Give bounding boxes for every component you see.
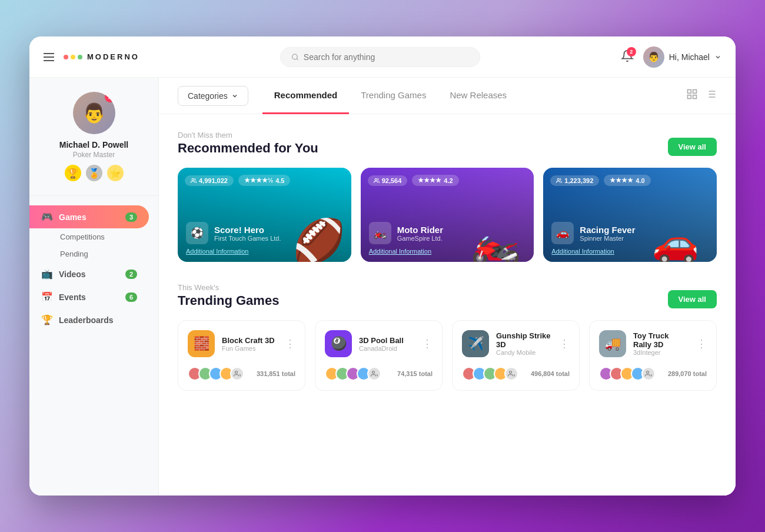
trend-card-footer-2: 74,315 total bbox=[325, 367, 433, 381]
trend-game-details-1: Block Craft 3D Fun Games bbox=[222, 336, 275, 352]
rec-card-2[interactable]: 🏍️ 92,564 ★★★★ 4.2 bbox=[361, 168, 534, 262]
trending-section-header: This Week's Trending Games View all bbox=[178, 283, 717, 308]
recommended-title: Recommended for You bbox=[178, 141, 318, 156]
videos-badge: 2 bbox=[125, 270, 137, 279]
rec-card-3[interactable]: 🚗 1,223,392 ★★★★ 4.0 bbox=[543, 168, 717, 262]
rec-game-details-1: Score! Hero First Touch Games Ltd. bbox=[214, 225, 281, 242]
svg-point-0 bbox=[292, 54, 297, 59]
rec-card-link-2[interactable]: Additional Information bbox=[369, 248, 526, 255]
trend-avatars-1 bbox=[188, 367, 244, 381]
events-badge: 6 bbox=[125, 292, 137, 302]
tab-new-releases[interactable]: New Releases bbox=[438, 78, 518, 114]
rec-score-1: 4.5 bbox=[275, 177, 284, 184]
rec-rating-badge-2: ★★★★ 4.2 bbox=[412, 175, 458, 186]
rec-game-dev-2: GameSpire Ltd. bbox=[397, 235, 443, 242]
svg-rect-4 bbox=[688, 95, 691, 99]
rec-card-link-1[interactable]: Additional Information bbox=[186, 248, 343, 255]
svg-point-13 bbox=[375, 178, 377, 180]
search-input[interactable] bbox=[304, 52, 469, 62]
notifications-button[interactable]: 2 bbox=[621, 49, 634, 65]
tab-trending[interactable]: Trending Games bbox=[349, 78, 438, 114]
recommended-subtitle: Don't Miss them bbox=[178, 131, 318, 139]
rec-card-top-3: 1,223,392 ★★★★ 4.0 bbox=[550, 175, 650, 186]
rec-card-1[interactable]: 🏈 4,991,022 ★★★★½ 4.5 bbox=[178, 168, 351, 262]
trend-game-icon-2: 🎱 bbox=[325, 330, 352, 357]
trend-game-dev-4: 3dInteger bbox=[633, 349, 689, 356]
trend-card-2[interactable]: 🎱 3D Pool Ball CanadaDroid ⋮ bbox=[315, 320, 443, 391]
trend-menu-2[interactable]: ⋮ bbox=[422, 337, 433, 350]
rec-game-dev-1: First Touch Games Ltd. bbox=[214, 235, 281, 242]
search-bar[interactable] bbox=[280, 47, 480, 67]
sidebar: 👨 2 Michael D. Powell Poker Master 🏆 🏅 ⭐… bbox=[29, 78, 159, 496]
menu-toggle[interactable] bbox=[44, 53, 54, 61]
rec-card-info-3: 🚗 Racing Fever Spinner Master bbox=[551, 222, 709, 244]
categories-dropdown[interactable]: Categories bbox=[178, 86, 248, 106]
trend-game-dev-2: CanadaDroid bbox=[359, 345, 404, 352]
svg-line-1 bbox=[297, 58, 298, 59]
rec-game-name-3: Racing Fever bbox=[580, 225, 635, 235]
svg-point-17 bbox=[510, 371, 512, 374]
content-inner: Don't Miss them Recommended for You View… bbox=[159, 114, 736, 407]
sidebar-item-leaderboards[interactable]: 🏆 Leaderboards bbox=[29, 308, 149, 331]
sidebar-item-games[interactable]: 🎮 Games 3 bbox=[29, 205, 149, 228]
trend-card-header-3: ✈️ Gunship Strike 3D Candy Mobile ⋮ bbox=[462, 330, 570, 357]
trend-game-dev-3: Candy Mobile bbox=[496, 349, 552, 356]
logo-dots bbox=[64, 55, 82, 59]
logo-dot-yellow bbox=[71, 55, 75, 59]
rec-players-badge-1: 4,991,022 bbox=[185, 175, 234, 186]
logo-text: MODERNO bbox=[87, 52, 139, 61]
svg-point-18 bbox=[647, 371, 649, 374]
nav-right: 2 👨 Hi, Michael bbox=[621, 46, 721, 68]
trending-view-all[interactable]: View all bbox=[668, 290, 717, 308]
profile-badge: 2 bbox=[105, 92, 115, 102]
trend-avatar-more-4 bbox=[641, 367, 656, 381]
logo-dot-red bbox=[64, 55, 68, 59]
recommended-view-all[interactable]: View all bbox=[668, 138, 717, 156]
rec-players-badge-3: 1,223,392 bbox=[550, 175, 599, 186]
user-greeting: Hi, Michael bbox=[669, 52, 710, 62]
sidebar-item-competitions[interactable]: Competitions bbox=[60, 228, 158, 245]
rec-game-details-2: Moto Rider GameSpire Ltd. bbox=[397, 225, 443, 242]
svg-rect-2 bbox=[688, 90, 691, 94]
grid-view-icon[interactable] bbox=[686, 88, 698, 103]
sidebar-profile: 👨 2 Michael D. Powell Poker Master 🏆 🏅 ⭐ bbox=[29, 92, 158, 196]
trend-card-1[interactable]: 🧱 Block Craft 3D Fun Games ⋮ bbox=[178, 320, 305, 391]
trend-card-footer-4: 289,070 total bbox=[599, 367, 707, 381]
rec-stars-1: ★★★★½ bbox=[244, 177, 273, 184]
svg-rect-5 bbox=[693, 95, 697, 99]
profile-badges: 🏆 🏅 ⭐ bbox=[65, 165, 124, 181]
sidebar-item-label-videos: Videos bbox=[59, 270, 119, 279]
badge-star: ⭐ bbox=[107, 165, 124, 181]
list-view-icon[interactable] bbox=[705, 88, 717, 103]
tabs-icons bbox=[686, 88, 717, 103]
sidebar-item-label-games: Games bbox=[59, 212, 119, 222]
notif-badge: 2 bbox=[627, 47, 636, 56]
sidebar-item-videos[interactable]: 📺 Videos 2 bbox=[29, 262, 149, 285]
sidebar-sub-games: Competitions Pending bbox=[29, 228, 158, 262]
video-icon: 📺 bbox=[41, 268, 53, 280]
sidebar-item-events[interactable]: 📅 Events 6 bbox=[29, 285, 149, 308]
sidebar-item-pending[interactable]: Pending bbox=[60, 245, 158, 262]
trend-game-name-3: Gunship Strike 3D bbox=[496, 331, 552, 349]
trend-game-details-3: Gunship Strike 3D Candy Mobile bbox=[496, 331, 552, 356]
rec-card-info-2: 🏍️ Moto Rider GameSpire Ltd. bbox=[369, 222, 526, 244]
trend-avatars-3 bbox=[462, 367, 518, 381]
tab-recommended[interactable]: Recommended bbox=[262, 78, 350, 114]
rec-game-name-1: Score! Hero bbox=[214, 225, 281, 235]
app-window: MODERNO 2 👨 Hi, Michael 👨 2 bbox=[29, 36, 736, 496]
user-menu[interactable]: 👨 Hi, Michael bbox=[643, 46, 721, 68]
trend-card-4[interactable]: 🚚 Toy Truck Rally 3D 3dInteger ⋮ bbox=[589, 320, 717, 391]
trend-menu-4[interactable]: ⋮ bbox=[696, 337, 707, 350]
rec-score-3: 4.0 bbox=[636, 177, 644, 184]
trend-avatar-more-3 bbox=[504, 367, 518, 381]
trend-menu-1[interactable]: ⋮ bbox=[285, 337, 295, 350]
sidebar-item-label-events: Events bbox=[59, 292, 119, 302]
trend-total-1: 331,851 total bbox=[257, 370, 295, 377]
rec-card-link-3[interactable]: Additional Information bbox=[551, 248, 709, 255]
trend-card-header-2: 🎱 3D Pool Ball CanadaDroid ⋮ bbox=[325, 330, 433, 357]
rec-players-count-2: 92,564 bbox=[382, 177, 402, 184]
trend-card-footer-1: 331,851 total bbox=[188, 367, 295, 381]
trend-card-3[interactable]: ✈️ Gunship Strike 3D Candy Mobile ⋮ bbox=[452, 320, 580, 391]
trend-total-4: 289,070 total bbox=[668, 370, 707, 377]
trend-menu-3[interactable]: ⋮ bbox=[559, 337, 570, 350]
